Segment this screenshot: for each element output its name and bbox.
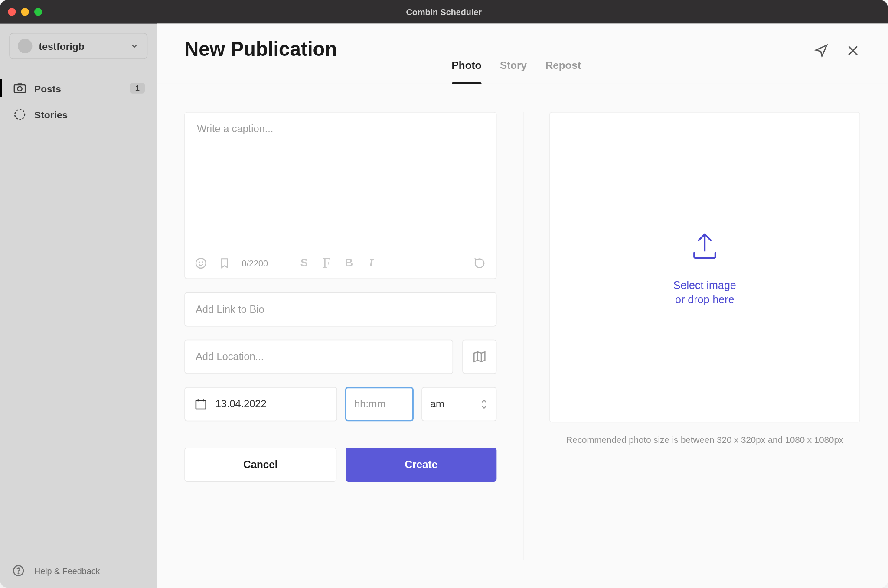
location-input[interactable] bbox=[184, 340, 453, 374]
bookmark-icon[interactable] bbox=[218, 257, 231, 270]
header-actions bbox=[814, 38, 860, 58]
window-title: Combin Scheduler bbox=[406, 7, 482, 17]
sidebar-item-label: Stories bbox=[34, 109, 68, 120]
svg-point-9 bbox=[202, 262, 202, 262]
italic-button[interactable]: I bbox=[366, 257, 377, 270]
svg-point-1 bbox=[18, 87, 22, 91]
upload-icon bbox=[686, 227, 723, 264]
nav-list: Posts 1 Stories bbox=[9, 76, 147, 126]
tab-photo[interactable]: Photo bbox=[452, 60, 482, 84]
schedule-row: 13.04.2022 am bbox=[184, 387, 496, 421]
location-row bbox=[184, 340, 496, 374]
posts-badge: 1 bbox=[130, 83, 145, 93]
create-button[interactable]: Create bbox=[346, 448, 496, 482]
cancel-button[interactable]: Cancel bbox=[184, 448, 336, 482]
titlebar: Combin Scheduler bbox=[0, 0, 888, 24]
close-icon[interactable] bbox=[846, 43, 860, 58]
dropzone-text: Select image or drop here bbox=[673, 278, 736, 307]
upload-hint: Recommended photo size is between 320 x … bbox=[566, 435, 844, 447]
help-feedback[interactable]: Help & Feedback bbox=[9, 553, 147, 588]
close-window-button[interactable] bbox=[8, 8, 16, 16]
dropzone-line2: or drop here bbox=[673, 292, 736, 307]
tab-repost[interactable]: Repost bbox=[545, 60, 581, 84]
ampm-selector[interactable]: am bbox=[421, 387, 496, 421]
time-input[interactable] bbox=[345, 387, 414, 421]
form-column: 0/2200 S F B I bbox=[184, 112, 496, 560]
stories-icon bbox=[13, 108, 26, 121]
camera-icon bbox=[13, 81, 26, 94]
script-font-button[interactable]: F bbox=[320, 255, 332, 272]
caption-toolbar: 0/2200 S F B I bbox=[185, 248, 496, 279]
app-window: Combin Scheduler testforigb Posts 1 bbox=[0, 0, 888, 588]
comment-icon[interactable] bbox=[473, 257, 486, 270]
tabs: Photo Story Repost bbox=[452, 60, 581, 84]
account-name: testforigb bbox=[39, 40, 123, 52]
form-area: 0/2200 S F B I bbox=[157, 84, 888, 588]
sidebar: testforigb Posts 1 Stories bbox=[0, 24, 157, 588]
page-title: New Publication bbox=[184, 38, 337, 61]
dropzone-line1: Select image bbox=[673, 278, 736, 292]
tab-story[interactable]: Story bbox=[500, 60, 527, 84]
stepper-icon bbox=[480, 399, 488, 409]
link-to-bio-input[interactable] bbox=[184, 292, 496, 326]
main-panel: New Publication Photo Story Repost bbox=[157, 24, 888, 588]
avatar bbox=[18, 39, 32, 53]
char-counter: 0/2200 bbox=[242, 258, 268, 268]
caption-input[interactable] bbox=[185, 113, 496, 248]
button-row: Cancel Create bbox=[184, 448, 496, 482]
help-label: Help & Feedback bbox=[34, 566, 100, 576]
upload-column: Select image or drop here Recommended ph… bbox=[549, 112, 860, 560]
calendar-icon bbox=[194, 397, 207, 410]
maximize-window-button[interactable] bbox=[34, 8, 42, 16]
sidebar-item-label: Posts bbox=[34, 83, 61, 94]
svg-rect-10 bbox=[196, 400, 206, 409]
header: New Publication Photo Story Repost bbox=[157, 24, 888, 84]
account-selector[interactable]: testforigb bbox=[9, 33, 147, 59]
strikethrough-button[interactable]: S bbox=[298, 257, 310, 270]
sidebar-item-posts[interactable]: Posts 1 bbox=[9, 76, 147, 100]
content: testforigb Posts 1 Stories bbox=[0, 24, 888, 588]
svg-point-8 bbox=[199, 262, 199, 262]
bold-button[interactable]: B bbox=[343, 257, 355, 270]
minimize-window-button[interactable] bbox=[21, 8, 29, 16]
map-button[interactable] bbox=[462, 340, 496, 374]
help-icon bbox=[12, 564, 25, 577]
send-icon[interactable] bbox=[814, 43, 828, 58]
date-field[interactable]: 13.04.2022 bbox=[184, 387, 337, 421]
image-dropzone[interactable]: Select image or drop here bbox=[549, 112, 860, 422]
emoji-icon[interactable] bbox=[194, 257, 207, 270]
caption-box: 0/2200 S F B I bbox=[184, 112, 496, 279]
chevron-down-icon bbox=[130, 42, 139, 51]
traffic-lights bbox=[8, 8, 42, 16]
sidebar-item-stories[interactable]: Stories bbox=[9, 103, 147, 127]
svg-point-4 bbox=[18, 573, 19, 574]
ampm-value: am bbox=[430, 398, 444, 410]
svg-point-7 bbox=[196, 258, 206, 268]
date-value: 13.04.2022 bbox=[215, 398, 267, 410]
map-icon bbox=[472, 350, 486, 364]
svg-point-2 bbox=[15, 110, 25, 120]
